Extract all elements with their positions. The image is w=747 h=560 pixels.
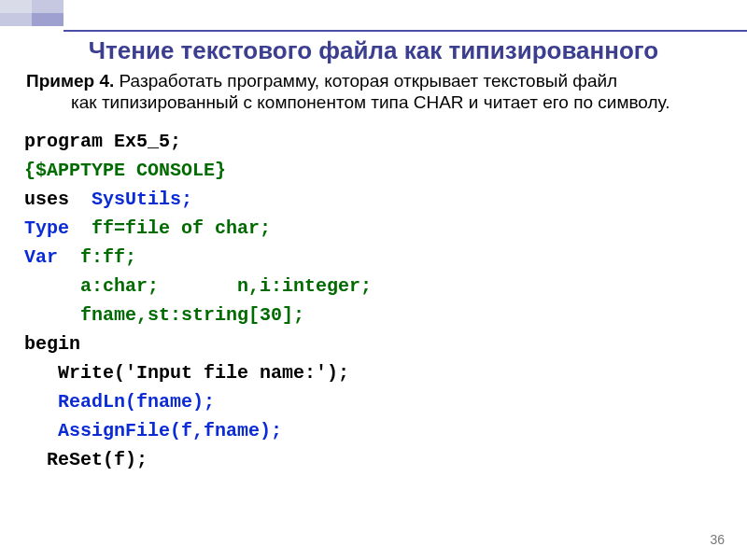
code-line: AssignFile(f,fname);: [24, 420, 282, 441]
code-line: Type: [24, 217, 92, 239]
example-label: Пример 4.: [26, 71, 114, 91]
code-line: SysUtils;: [92, 189, 192, 210]
code-line: ReadLn(fname);: [24, 391, 215, 413]
slide-content: Чтение текстового файла как типизированн…: [0, 37, 747, 474]
code-line: ff=file of char;: [92, 217, 271, 239]
example-paragraph: Пример 4. Разработать программу, которая…: [26, 70, 721, 115]
code-block: program Ex5_5; {$APPTYPE CONSOLE} uses S…: [24, 127, 728, 474]
slide-title: Чтение текстового файла как типизированн…: [19, 37, 728, 64]
example-text-rest: как типизированный с компонентом типа CH…: [26, 91, 721, 114]
page-number: 36: [710, 532, 725, 547]
code-line: fname,st:string[30];: [24, 304, 304, 326]
example-text-line1: Разработать программу, которая открывает…: [114, 71, 617, 91]
decorative-corner: [0, 0, 140, 37]
code-line: a:char; n,i:integer;: [24, 275, 372, 297]
code-line: begin: [24, 333, 80, 355]
code-line: f:ff;: [80, 246, 136, 268]
code-line: Var: [24, 246, 80, 268]
code-line: {$APPTYPE CONSOLE}: [24, 160, 226, 181]
code-line: ReSet(f);: [24, 449, 148, 470]
code-line: Write('Input file name:');: [24, 362, 349, 384]
code-line: program Ex5_5;: [24, 131, 181, 152]
code-line: uses: [24, 189, 92, 210]
